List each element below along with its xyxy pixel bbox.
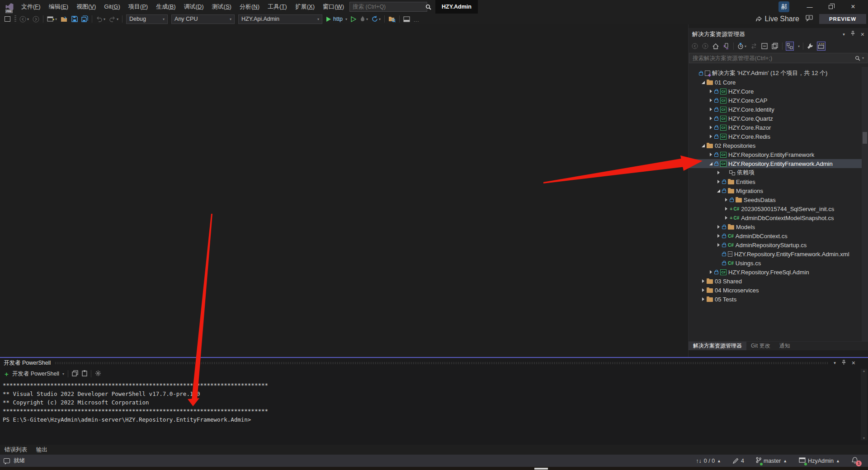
tree-row[interactable]: C#AdminDbContext.cs: [689, 231, 862, 240]
window-position-icon[interactable]: ▾: [843, 32, 845, 37]
tree-row[interactable]: C#HZY.Core.Redis: [689, 132, 862, 141]
expander-icon[interactable]: [708, 270, 714, 274]
expander-icon[interactable]: [700, 297, 707, 301]
close-panel-icon[interactable]: ×: [861, 31, 864, 38]
show-all-files-icon[interactable]: [786, 42, 794, 51]
live-share-button[interactable]: Live Share: [755, 15, 799, 23]
restore-button[interactable]: [820, 0, 841, 14]
expander-icon[interactable]: [715, 225, 722, 229]
tree-row[interactable]: C#AdminRepositoryStartup.cs: [689, 240, 862, 249]
terminal-scrollbar[interactable]: ▴▾: [861, 369, 867, 440]
start-debug-button[interactable]: http▾: [324, 16, 349, 22]
panel-tab[interactable]: Git 更改: [746, 342, 775, 350]
scrollbar-thumb[interactable]: [863, 132, 867, 144]
pending-changes-filter-icon[interactable]: ▾: [737, 42, 747, 51]
expander-icon[interactable]: [715, 234, 722, 238]
menu-item[interactable]: Git(G): [100, 0, 124, 14]
expander-icon[interactable]: [708, 99, 714, 102]
home-icon[interactable]: [712, 42, 719, 51]
expander-icon[interactable]: [700, 288, 707, 292]
expander-icon[interactable]: [723, 207, 730, 211]
show-all-files-dropdown-icon[interactable]: ▾: [798, 44, 800, 48]
tree-row[interactable]: SeedsDatas: [689, 195, 862, 204]
expander-icon[interactable]: [700, 144, 707, 147]
tree-row[interactable]: 05 Tests: [689, 295, 862, 304]
restart-button[interactable]: ▾: [370, 14, 382, 24]
tree-row[interactable]: 04 Microservices: [689, 286, 862, 295]
repo-status[interactable]: HzyAdmin▲: [799, 457, 840, 465]
new-terminal-icon[interactable]: +: [5, 370, 9, 378]
navigate-forward-button[interactable]: [31, 14, 41, 24]
configuration-combobox[interactable]: Debug▾: [126, 14, 168, 24]
expander-icon[interactable]: [715, 171, 722, 174]
pin-icon[interactable]: [841, 360, 846, 367]
platform-combobox[interactable]: Any CPU▾: [171, 14, 235, 24]
expander-icon[interactable]: [708, 89, 714, 93]
panel-tab[interactable]: 通知: [775, 342, 795, 350]
menu-item[interactable]: 扩展(X): [291, 0, 319, 14]
properties-page-icon[interactable]: [817, 42, 826, 51]
preview-selected-icon[interactable]: [771, 42, 779, 51]
close-button[interactable]: ×: [843, 0, 863, 14]
panel-tab[interactable]: 解决方案资源管理器: [689, 342, 746, 350]
open-folder-button[interactable]: [59, 14, 69, 24]
tree-row[interactable]: Entities: [689, 177, 862, 186]
expander-icon[interactable]: [715, 243, 722, 247]
git-branch-status[interactable]: master▲: [756, 457, 787, 465]
tree-row[interactable]: C#Usings.cs: [689, 258, 862, 268]
tree-row[interactable]: C#HZY.Core.CAP: [689, 96, 862, 105]
tree-row[interactable]: Migrations: [689, 186, 862, 195]
tree-row[interactable]: 01 Core: [689, 78, 862, 87]
expander-icon[interactable]: [708, 117, 714, 120]
expander-icon[interactable]: [708, 135, 714, 138]
expander-icon[interactable]: [700, 81, 707, 84]
terminal-header[interactable]: 开发者 PowerShell ▾ ×: [0, 358, 868, 368]
solution-search-box[interactable]: ▾: [689, 53, 868, 63]
tree-row[interactable]: C#HZY.Repository.EntityFramework: [689, 150, 862, 159]
tree-row[interactable]: 02 Repositories: [689, 141, 862, 150]
quick-search-box[interactable]: [349, 2, 427, 12]
pending-edits-status[interactable]: 4: [733, 458, 744, 464]
paste-icon[interactable]: [82, 370, 87, 378]
undo-button[interactable]: ▾: [94, 14, 107, 24]
tree-row[interactable]: 依赖项: [689, 168, 862, 177]
user-avatar[interactable]: 郝: [778, 1, 789, 12]
expander-icon[interactable]: [700, 279, 707, 283]
sync-with-active-document-icon[interactable]: [722, 42, 730, 51]
terminal-profile-dropdown[interactable]: 开发者 PowerShell▾: [12, 370, 64, 378]
feedback-icon[interactable]: [806, 15, 813, 23]
hot-reload-button[interactable]: ▾: [359, 14, 369, 24]
startup-project-combobox[interactable]: HZY.Api.Admin▾: [238, 14, 322, 24]
find-in-files-button[interactable]: [387, 14, 397, 24]
gear-icon[interactable]: [95, 370, 101, 378]
tree-row[interactable]: 03 Shared: [689, 277, 862, 286]
terminal-output[interactable]: ****************************************…: [0, 380, 868, 424]
menu-item[interactable]: 视图(V): [72, 0, 100, 14]
bottom-panel-layout-button[interactable]: [402, 14, 411, 24]
copy-icon[interactable]: [72, 370, 78, 378]
solution-explorer-header[interactable]: 解决方案资源管理器 ▾ ×: [689, 28, 868, 40]
tree-row[interactable]: +C#20230530015744_SqlServer_init.cs: [689, 204, 862, 213]
pin-icon[interactable]: [850, 31, 855, 38]
minimize-button[interactable]: —: [799, 0, 820, 14]
window-position-icon[interactable]: ▾: [834, 361, 836, 365]
tree-row[interactable]: 解决方案 'HZY.Admin' (12 个项目，共 12 个): [689, 69, 862, 78]
tree-row[interactable]: C#HZY.Repository.FreeSql.Admin: [689, 268, 862, 277]
expander-icon[interactable]: [723, 216, 730, 220]
expander-icon[interactable]: [708, 153, 714, 156]
new-project-button[interactable]: ▾: [46, 14, 58, 24]
properties-wrench-icon[interactable]: [807, 42, 814, 51]
menu-item[interactable]: 测试(S): [208, 0, 236, 14]
tree-row[interactable]: C#HZY.Core.Quartz: [689, 114, 862, 123]
navigate-back-button[interactable]: ▾: [18, 14, 30, 24]
back-icon[interactable]: [691, 42, 698, 51]
menu-item[interactable]: 调试(D): [180, 0, 208, 14]
quick-search-input[interactable]: [353, 4, 425, 10]
bottom-tab[interactable]: 错误列表: [0, 446, 32, 454]
menu-item[interactable]: 分析(N): [236, 0, 264, 14]
menu-item[interactable]: 项目(P): [124, 0, 152, 14]
tree-row[interactable]: C#HZY.Core.Identity: [689, 105, 862, 114]
solution-search-input[interactable]: [693, 55, 855, 61]
tree-row-selected[interactable]: C#HZY.Repository.EntityFramework.Admin: [689, 159, 862, 168]
redo-button[interactable]: ▾: [108, 14, 120, 24]
